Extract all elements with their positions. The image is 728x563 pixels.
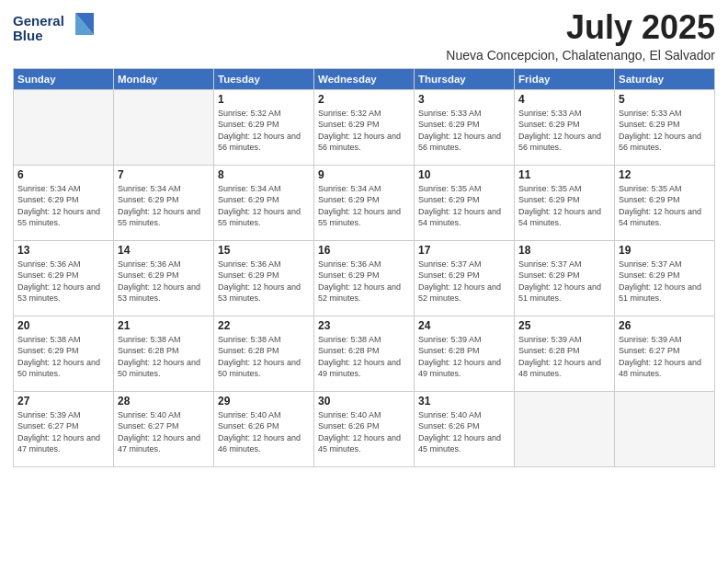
col-friday: Friday [515, 68, 615, 89]
day-info: Sunrise: 5:34 AMSunset: 6:29 PMDaylight:… [218, 183, 310, 229]
page: General Blue July 2025 Nueva Concepcion,… [0, 0, 728, 563]
day-info: Sunrise: 5:38 AMSunset: 6:28 PMDaylight:… [318, 334, 410, 380]
day-number: 19 [619, 244, 711, 257]
calendar-week-row: 1Sunrise: 5:32 AMSunset: 6:29 PMDaylight… [14, 89, 715, 165]
table-row: 12Sunrise: 5:35 AMSunset: 6:29 PMDayligh… [615, 165, 715, 240]
day-number: 10 [418, 168, 510, 181]
table-row: 10Sunrise: 5:35 AMSunset: 6:29 PMDayligh… [415, 165, 515, 240]
col-thursday: Thursday [415, 68, 515, 89]
day-number: 17 [418, 244, 510, 257]
table-row: 1Sunrise: 5:32 AMSunset: 6:29 PMDaylight… [214, 89, 314, 165]
calendar-table: Sunday Monday Tuesday Wednesday Thursday… [13, 68, 715, 467]
day-number: 3 [418, 93, 510, 106]
day-number: 1 [218, 93, 310, 106]
logo-image: General Blue [13, 9, 96, 48]
day-info: Sunrise: 5:38 AMSunset: 6:29 PMDaylight:… [17, 334, 109, 380]
day-info: Sunrise: 5:35 AMSunset: 6:29 PMDaylight:… [619, 183, 711, 229]
day-number: 4 [518, 93, 610, 106]
table-row: 28Sunrise: 5:40 AMSunset: 6:27 PMDayligh… [114, 391, 214, 466]
day-info: Sunrise: 5:37 AMSunset: 6:29 PMDaylight:… [619, 259, 711, 304]
svg-text:General: General [13, 13, 64, 29]
day-info: Sunrise: 5:38 AMSunset: 6:28 PMDaylight:… [118, 334, 210, 380]
table-row [14, 89, 114, 165]
day-number: 29 [218, 395, 310, 408]
table-row: 16Sunrise: 5:36 AMSunset: 6:29 PMDayligh… [314, 240, 415, 316]
table-row [114, 89, 214, 165]
day-info: Sunrise: 5:32 AMSunset: 6:29 PMDaylight:… [218, 108, 310, 154]
day-number: 16 [318, 244, 410, 257]
table-row: 31Sunrise: 5:40 AMSunset: 6:26 PMDayligh… [415, 391, 515, 466]
day-info: Sunrise: 5:39 AMSunset: 6:27 PMDaylight:… [17, 409, 109, 455]
table-row [615, 391, 715, 466]
day-number: 13 [17, 244, 109, 257]
table-row: 24Sunrise: 5:39 AMSunset: 6:28 PMDayligh… [415, 316, 515, 391]
table-row: 3Sunrise: 5:33 AMSunset: 6:29 PMDaylight… [415, 89, 515, 165]
day-number: 23 [318, 319, 410, 332]
table-row: 25Sunrise: 5:39 AMSunset: 6:28 PMDayligh… [515, 316, 615, 391]
day-number: 24 [418, 319, 510, 332]
month-title: July 2025 [446, 9, 715, 46]
day-info: Sunrise: 5:38 AMSunset: 6:28 PMDaylight:… [218, 334, 310, 380]
day-info: Sunrise: 5:34 AMSunset: 6:29 PMDaylight:… [318, 183, 410, 229]
day-info: Sunrise: 5:40 AMSunset: 6:26 PMDaylight:… [318, 409, 410, 455]
day-info: Sunrise: 5:40 AMSunset: 6:26 PMDaylight:… [418, 409, 510, 455]
table-row: 9Sunrise: 5:34 AMSunset: 6:29 PMDaylight… [314, 165, 415, 240]
day-number: 18 [518, 244, 610, 257]
day-info: Sunrise: 5:33 AMSunset: 6:29 PMDaylight:… [418, 108, 510, 154]
logo: General Blue [13, 9, 96, 48]
table-row: 18Sunrise: 5:37 AMSunset: 6:29 PMDayligh… [515, 240, 615, 316]
day-number: 31 [418, 395, 510, 408]
table-row: 19Sunrise: 5:37 AMSunset: 6:29 PMDayligh… [615, 240, 715, 316]
table-row: 14Sunrise: 5:36 AMSunset: 6:29 PMDayligh… [114, 240, 214, 316]
table-row: 11Sunrise: 5:35 AMSunset: 6:29 PMDayligh… [515, 165, 615, 240]
day-info: Sunrise: 5:33 AMSunset: 6:29 PMDaylight:… [619, 108, 711, 154]
day-info: Sunrise: 5:35 AMSunset: 6:29 PMDaylight:… [418, 183, 510, 229]
day-number: 8 [218, 168, 310, 181]
day-info: Sunrise: 5:36 AMSunset: 6:29 PMDaylight:… [118, 259, 210, 304]
table-row: 26Sunrise: 5:39 AMSunset: 6:27 PMDayligh… [615, 316, 715, 391]
day-info: Sunrise: 5:36 AMSunset: 6:29 PMDaylight:… [218, 259, 310, 304]
location-title: Nueva Concepcion, Chalatenango, El Salva… [446, 48, 715, 63]
day-info: Sunrise: 5:39 AMSunset: 6:27 PMDaylight:… [619, 334, 711, 380]
table-row: 7Sunrise: 5:34 AMSunset: 6:29 PMDaylight… [114, 165, 214, 240]
col-monday: Monday [114, 68, 214, 89]
svg-text:Blue: Blue [13, 28, 43, 43]
table-row: 29Sunrise: 5:40 AMSunset: 6:26 PMDayligh… [214, 391, 314, 466]
table-row: 23Sunrise: 5:38 AMSunset: 6:28 PMDayligh… [314, 316, 415, 391]
col-wednesday: Wednesday [314, 68, 415, 89]
col-saturday: Saturday [615, 68, 715, 89]
day-number: 22 [218, 319, 310, 332]
col-sunday: Sunday [14, 68, 114, 89]
table-row: 4Sunrise: 5:33 AMSunset: 6:29 PMDaylight… [515, 89, 615, 165]
day-info: Sunrise: 5:39 AMSunset: 6:28 PMDaylight:… [418, 334, 510, 380]
day-info: Sunrise: 5:40 AMSunset: 6:27 PMDaylight:… [118, 409, 210, 455]
day-number: 9 [318, 168, 410, 181]
day-info: Sunrise: 5:35 AMSunset: 6:29 PMDaylight:… [518, 183, 610, 229]
table-row: 20Sunrise: 5:38 AMSunset: 6:29 PMDayligh… [14, 316, 114, 391]
calendar-week-row: 6Sunrise: 5:34 AMSunset: 6:29 PMDaylight… [14, 165, 715, 240]
calendar-header-row: Sunday Monday Tuesday Wednesday Thursday… [14, 68, 715, 89]
table-row: 13Sunrise: 5:36 AMSunset: 6:29 PMDayligh… [14, 240, 114, 316]
table-row: 5Sunrise: 5:33 AMSunset: 6:29 PMDaylight… [615, 89, 715, 165]
day-info: Sunrise: 5:34 AMSunset: 6:29 PMDaylight:… [17, 183, 109, 229]
day-number: 28 [118, 395, 210, 408]
day-number: 2 [318, 93, 410, 106]
day-number: 6 [17, 168, 109, 181]
day-info: Sunrise: 5:36 AMSunset: 6:29 PMDaylight:… [17, 259, 109, 304]
day-number: 21 [118, 319, 210, 332]
day-info: Sunrise: 5:33 AMSunset: 6:29 PMDaylight:… [518, 108, 610, 154]
table-row: 30Sunrise: 5:40 AMSunset: 6:26 PMDayligh… [314, 391, 415, 466]
calendar-week-row: 27Sunrise: 5:39 AMSunset: 6:27 PMDayligh… [14, 391, 715, 466]
day-number: 11 [518, 168, 610, 181]
col-tuesday: Tuesday [214, 68, 314, 89]
day-info: Sunrise: 5:36 AMSunset: 6:29 PMDaylight:… [318, 259, 410, 304]
day-number: 27 [17, 395, 109, 408]
day-number: 25 [518, 319, 610, 332]
day-number: 14 [118, 244, 210, 257]
day-number: 30 [318, 395, 410, 408]
table-row: 21Sunrise: 5:38 AMSunset: 6:28 PMDayligh… [114, 316, 214, 391]
day-number: 20 [17, 319, 109, 332]
day-number: 26 [619, 319, 711, 332]
table-row: 8Sunrise: 5:34 AMSunset: 6:29 PMDaylight… [214, 165, 314, 240]
title-section: July 2025 Nueva Concepcion, Chalatenango… [446, 9, 715, 63]
